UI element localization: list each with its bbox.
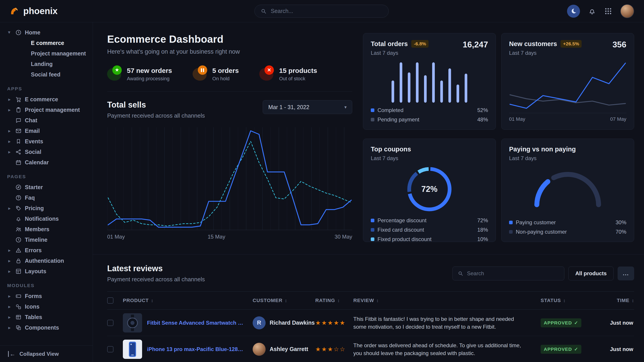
sidebar-item-errors[interactable]: ▸Errors (7, 245, 86, 256)
layout-icon (15, 268, 22, 275)
tag-icon (15, 205, 22, 212)
sidebar-item-home[interactable]: ▸Home (7, 27, 86, 38)
sort-icon: ↕ (376, 298, 379, 303)
collapse-view-button[interactable]: ← Collapsed View (0, 346, 93, 362)
product-link[interactable]: Fitbit Sense Advanced Smartwatch with To… (147, 320, 246, 326)
column-header-time[interactable]: TIME (617, 298, 630, 304)
sidebar-item-members[interactable]: Members (7, 224, 86, 235)
sidebar-item-starter[interactable]: Starter (7, 182, 86, 193)
sidebar-item-pricing[interactable]: ▸Pricing (7, 203, 86, 214)
column-header-rating[interactable]: RATING (315, 298, 335, 304)
check-icon: ✓ (574, 320, 578, 326)
reviews-search[interactable] (452, 267, 564, 280)
sidebar-item-notifications[interactable]: Notifications (7, 214, 86, 224)
total-sells-subtitle: Payment received across all channels (107, 112, 205, 119)
notifications-button[interactable] (588, 7, 596, 15)
all-products-button[interactable]: All products (568, 267, 614, 280)
total-sells-chart-svg (107, 127, 352, 230)
sort-icon: ↕ (563, 298, 566, 303)
sidebar-item-calendar[interactable]: Calendar (7, 157, 86, 168)
sidebar-item-icons[interactable]: ▸Icons (7, 301, 86, 312)
legend-row: Non-paying customer 70% (509, 229, 626, 235)
sidebar-item-tables[interactable]: ▸Tables (7, 312, 86, 323)
select-all-checkbox[interactable] (107, 297, 114, 304)
sidebar-item-project-management[interactable]: ▸Project management (7, 105, 86, 115)
chevron-right-icon: ▸ (7, 258, 12, 263)
product-link[interactable]: iPhone 13 pro max-Pacific Blue-128GB sto… (147, 346, 246, 353)
share-icon (15, 149, 22, 155)
sidebar-subitem-social-feed[interactable]: Social feed (7, 69, 86, 80)
reviews-search-input[interactable] (467, 270, 559, 277)
sidebar-item-label: Icons (25, 304, 40, 310)
sort-icon: ↕ (285, 298, 287, 303)
review-time: Just now (594, 320, 634, 326)
row-checkbox[interactable] (107, 320, 114, 326)
customer-name: Ashley Garrett (270, 346, 308, 353)
orders-bar-chart (376, 60, 482, 103)
x-tick: 01 May (509, 116, 525, 122)
grid-3x3-icon (604, 7, 612, 15)
brand-logo[interactable]: phoenix (9, 6, 58, 16)
lock-icon (15, 258, 22, 264)
cart-icon (15, 96, 22, 103)
card-title: Total orders (371, 40, 408, 48)
sidebar-item-layouts[interactable]: ▸Layouts (7, 266, 86, 277)
sidebar-subitem-project-management[interactable]: Project management (7, 48, 86, 59)
legend-label: Pending payment (378, 116, 419, 123)
column-header-product[interactable]: PRODUCT (123, 298, 149, 304)
sidebar-item-label: Timeline (25, 237, 48, 243)
sidebar-subitem-landing[interactable]: Landing (7, 59, 86, 69)
sidebar-item-social[interactable]: ▸Social (7, 147, 86, 157)
apps-grid-button[interactable] (604, 7, 612, 15)
legend-value: 10% (477, 236, 488, 242)
sidebar-item-authentication[interactable]: ▸Authentication (7, 256, 86, 266)
chevron-right-icon: ▸ (7, 97, 12, 102)
sidebar-item-email[interactable]: ▸Email (7, 126, 86, 136)
chevron-right-icon: ▸ (7, 269, 12, 274)
app-root: phoenix (0, 0, 644, 362)
top-coupons-card: Top coupons Last 7 days 72% Percentage d… (363, 139, 496, 242)
date-range-select[interactable]: Mar 1 - 31, 2022 ▾ (263, 100, 352, 114)
sidebar-item-components[interactable]: ▸Components (7, 323, 86, 333)
components-icon (15, 325, 22, 331)
profile-avatar[interactable] (620, 4, 634, 18)
legend-row: Fixed product discount 10% (371, 236, 488, 242)
chevron-right-icon: ▸ (7, 304, 12, 309)
sidebar-item-e-commerce[interactable]: ▸E commerce (7, 94, 86, 105)
card-title: New customers (509, 40, 557, 48)
legend-value: 72% (477, 217, 488, 224)
sidebar-subitem-e-commerce[interactable]: E commerce (7, 38, 86, 48)
legend-label: Completed (378, 107, 404, 113)
sidebar-item-events[interactable]: ▸Events (7, 136, 86, 147)
total-sells-chart (107, 127, 352, 230)
column-header-review[interactable]: REVIEW (353, 298, 374, 304)
customer-avatar (253, 343, 266, 356)
card-period: Last 7 days (371, 155, 411, 161)
latest-reviews-section: Latest reviews Payment received across a… (107, 255, 634, 362)
dashboard-left-column: Ecommerce Dashboard Here's what's going … (107, 33, 352, 244)
legend-label: Fixed product discount (378, 236, 432, 242)
legend-value: 18% (477, 227, 488, 233)
sidebar-item-forms[interactable]: ▸Forms (7, 291, 86, 301)
sidebar-item-faq[interactable]: Faq (7, 193, 86, 203)
paying-gauge-chart (528, 165, 608, 211)
sidebar-item-timeline[interactable]: Timeline (7, 235, 86, 245)
legend-row: Paying customer 30% (509, 219, 626, 226)
stat-new-orders: ★ 57 new orders Awating processing (107, 67, 172, 82)
column-header-status[interactable]: STATUS (540, 298, 561, 304)
sidebar-item-chat[interactable]: Chat (7, 115, 86, 126)
more-options-button[interactable]: ... (618, 267, 634, 280)
chevron-right-icon: ▸ (7, 294, 12, 299)
stat-blob (192, 67, 208, 82)
sidebar-item-label: Authentication (25, 258, 64, 264)
theme-toggle-button[interactable] (567, 5, 580, 18)
shapes-icon (15, 304, 22, 310)
legend-dot (371, 237, 374, 241)
global-search[interactable] (254, 5, 389, 18)
sort-icon: ↕ (338, 298, 340, 303)
global-search-input[interactable] (271, 8, 383, 14)
column-header-customer[interactable]: CUSTOMER (253, 298, 282, 304)
users-icon (15, 226, 22, 233)
stat-blob: ★ (106, 67, 122, 82)
row-checkbox[interactable] (107, 346, 114, 353)
